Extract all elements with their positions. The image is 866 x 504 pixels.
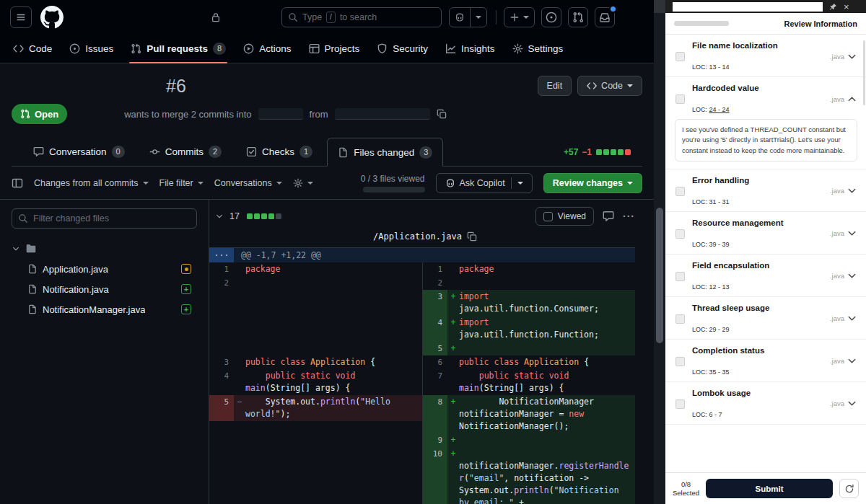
line-number[interactable]: 5 <box>423 342 447 355</box>
diff-sign: + <box>447 317 459 329</box>
scrollbar-thumb[interactable] <box>656 208 663 343</box>
line-number[interactable]: 2 <box>209 276 234 290</box>
line-number[interactable]: 3 <box>209 355 234 369</box>
line-number[interactable]: 1 <box>423 262 447 276</box>
github-logo[interactable] <box>40 6 64 29</box>
issues-button[interactable] <box>541 7 561 27</box>
review-item-checkbox[interactable] <box>675 229 685 239</box>
review-item-hardcoded-value[interactable]: Hardcoded value.javaLOC: 24 - 24I see yo… <box>665 77 866 169</box>
conversations-dropdown[interactable]: Conversations <box>214 178 282 188</box>
pull-requests-button[interactable] <box>568 7 588 27</box>
line-number[interactable]: 4 <box>209 369 234 395</box>
create-new-button[interactable] <box>504 8 534 27</box>
file-filter-input-wrap <box>12 208 197 229</box>
chevron-down-icon[interactable] <box>847 355 857 366</box>
collapse-file-button[interactable] <box>215 212 224 221</box>
nav-item-security[interactable]: Security <box>369 35 435 63</box>
nav-item-issues[interactable]: Issues <box>62 35 121 63</box>
tab-commits[interactable]: Commits2 <box>139 137 232 166</box>
nav-item-projects[interactable]: Projects <box>302 35 367 63</box>
tree-file-notificationmanager-java[interactable]: NotificationManager.java+ <box>12 299 197 319</box>
tab-files-changed[interactable]: Files changed3 <box>327 138 443 167</box>
review-item-error-handling[interactable]: Error handling.javaLOC: 31 - 31 <box>665 169 866 212</box>
line-number[interactable]: 4 <box>423 316 447 342</box>
expand-hunk-button[interactable]: ··· <box>209 248 234 262</box>
line-number[interactable]: 9 <box>423 433 447 447</box>
chevron-up-icon[interactable] <box>847 94 857 105</box>
tab-conversation[interactable]: Conversation0 <box>23 137 135 166</box>
review-item-resource-management[interactable]: Resource management.javaLOC: 39 - 39 <box>665 212 866 255</box>
changes-from-dropdown[interactable]: Changes from all commits <box>34 178 149 188</box>
review-item-checkbox[interactable] <box>675 272 685 281</box>
viewed-toggle[interactable]: Viewed <box>535 207 594 226</box>
line-number[interactable]: 3 <box>423 290 447 316</box>
line-number[interactable]: 10 <box>423 447 447 504</box>
file-options-kebab[interactable]: ··· <box>623 211 635 222</box>
chevron-down-icon[interactable] <box>847 398 857 409</box>
toggle-file-tree-button[interactable] <box>12 177 23 189</box>
nav-item-actions[interactable]: Actions <box>236 35 298 63</box>
filter-changed-files-input[interactable] <box>33 213 191 224</box>
tree-file-notification-java[interactable]: Notification.java+ <box>12 279 197 299</box>
viewed-checkbox[interactable] <box>543 212 553 221</box>
review-item-checkbox[interactable] <box>675 357 685 366</box>
copy-path-button[interactable] <box>467 231 477 242</box>
line-number[interactable]: 2 <box>423 276 447 290</box>
chevron-down-icon[interactable] <box>847 313 857 324</box>
chevron-down-icon[interactable] <box>847 228 857 239</box>
line-number[interactable]: 5 <box>209 395 234 421</box>
nav-item-code[interactable]: Code <box>6 35 59 63</box>
close-panel-button[interactable]: × <box>844 2 849 12</box>
review-item-field-encapsulation[interactable]: Field encapsulation.javaLOC: 12 - 13 <box>665 255 866 297</box>
line-number[interactable] <box>209 316 234 330</box>
inbox-button[interactable] <box>595 7 615 27</box>
submit-button[interactable]: Submit <box>706 479 833 498</box>
nav-item-settings[interactable]: Settings <box>505 35 571 63</box>
review-item-checkbox[interactable] <box>675 94 685 104</box>
line-number[interactable] <box>209 433 234 447</box>
nav-item-insights[interactable]: Insights <box>438 35 502 63</box>
diff-settings-dropdown[interactable] <box>293 178 313 188</box>
copilot-button[interactable] <box>450 8 470 27</box>
review-item-checkbox[interactable] <box>675 52 685 61</box>
review-changes-button[interactable]: Review changes <box>543 173 642 193</box>
nav-item-pull-requests[interactable]: Pull requests8 <box>123 35 233 63</box>
panel-scrollbar[interactable] <box>863 40 865 105</box>
page-scrollbar[interactable] <box>654 0 665 504</box>
review-item-completion-status[interactable]: Completion status.javaLOC: 35 - 35 <box>665 340 866 382</box>
copilot-dropdown[interactable] <box>470 8 486 27</box>
chevron-down-icon[interactable] <box>847 270 857 281</box>
global-search-input[interactable]: Type / to search <box>281 7 442 27</box>
refresh-button[interactable] <box>839 479 859 498</box>
line-number[interactable] <box>209 290 234 304</box>
chevron-down-icon[interactable] <box>12 244 20 253</box>
tree-folder-row[interactable] <box>12 239 197 259</box>
code-dropdown-button[interactable]: Code <box>577 76 642 96</box>
review-item-checkbox[interactable] <box>675 314 685 324</box>
review-item-file-name-localization[interactable]: File name localization.javaLOC: 13 - 14 <box>665 35 866 77</box>
edit-button[interactable]: Edit <box>538 76 572 96</box>
line-number[interactable]: 7 <box>423 369 447 395</box>
diffstat-block <box>268 213 274 219</box>
copy-branch-button[interactable] <box>437 109 447 119</box>
review-item-thread-sleep-usage[interactable]: Thread sleep usage.javaLOC: 29 - 29 <box>665 297 866 340</box>
line-number[interactable]: 1 <box>209 262 234 276</box>
global-menu-button[interactable] <box>10 6 32 28</box>
loc-value[interactable]: 24 - 24 <box>709 106 730 113</box>
tree-file-application-java[interactable]: Application.java <box>12 259 197 279</box>
comment-icon[interactable] <box>603 211 614 222</box>
line-number[interactable]: 6 <box>423 355 447 369</box>
chevron-down-icon[interactable] <box>847 185 857 196</box>
review-item-checkbox[interactable] <box>675 399 685 409</box>
file-filter-dropdown[interactable]: File filter <box>159 178 204 188</box>
line-number[interactable] <box>209 447 234 461</box>
review-item-lombok-usage[interactable]: Lombok usage.javaLOC: 6 - 7 <box>665 382 866 425</box>
chevron-down-icon[interactable] <box>847 51 857 62</box>
review-item-checkbox[interactable] <box>675 187 685 196</box>
ask-copilot-button[interactable]: Ask Copilot <box>436 173 533 193</box>
loc-range: LOC: 39 - 39 <box>692 241 857 248</box>
pin-icon[interactable] <box>829 3 837 11</box>
line-number[interactable]: 8 <box>423 395 447 433</box>
line-number[interactable] <box>209 342 234 355</box>
tab-checks[interactable]: Checks1 <box>236 137 323 166</box>
